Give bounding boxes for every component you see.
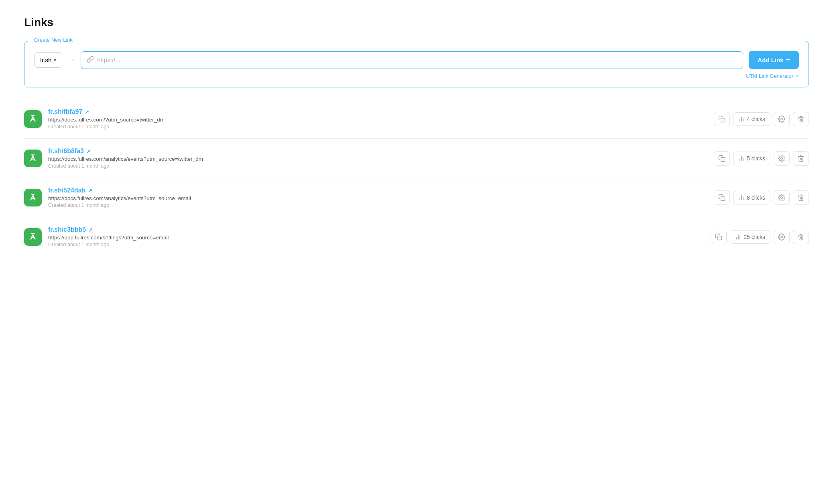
- domain-selector[interactable]: fr.sh ▾: [34, 52, 62, 68]
- chevron-down-icon: ▾: [54, 57, 56, 63]
- chart-icon: [738, 116, 745, 122]
- link-actions: 25 clicks: [711, 230, 809, 244]
- link-info: fr.sh/6b8fa3 ↗ https://docs.fullres.com/…: [48, 148, 707, 169]
- copy-button[interactable]: [711, 230, 727, 244]
- settings-button[interactable]: [774, 190, 790, 205]
- link-dest-url: https://docs.fullres.com/analytics/event…: [48, 156, 707, 162]
- link-created-time: Created about 1 month ago: [48, 202, 707, 208]
- chart-icon: [735, 234, 742, 240]
- link-short-url[interactable]: fr.sh/c3bbb5 ↗: [48, 226, 704, 233]
- settings-button[interactable]: [774, 230, 790, 244]
- clicks-count: 5 clicks: [747, 155, 765, 162]
- link-created-time: Created about 1 month ago: [48, 124, 707, 130]
- link-logo: [24, 189, 42, 206]
- link-created-time: Created about 1 month ago: [48, 163, 707, 169]
- external-icon: ↗: [88, 227, 93, 233]
- short-url-text: fr.sh/fbfa97: [48, 108, 82, 115]
- short-url-text: fr.sh/524dab: [48, 187, 85, 194]
- link-info: fr.sh/c3bbb5 ↗ https://app.fullres.com/s…: [48, 226, 704, 247]
- create-link-row: fr.sh ▾ → Add Link +: [34, 51, 799, 69]
- copy-button[interactable]: [714, 151, 730, 166]
- link-short-url[interactable]: fr.sh/fbfa97 ↗: [48, 108, 707, 115]
- domain-value: fr.sh: [40, 57, 51, 63]
- short-url-text: fr.sh/6b8fa3: [48, 148, 84, 155]
- plus-icon: +: [786, 56, 790, 64]
- svg-rect-1: [721, 118, 725, 122]
- url-input-wrapper: [81, 51, 743, 69]
- short-url-text: fr.sh/c3bbb5: [48, 226, 86, 233]
- delete-button[interactable]: [793, 230, 809, 244]
- page-title: Links: [24, 16, 809, 29]
- chart-icon: [738, 155, 745, 162]
- copy-button[interactable]: [714, 190, 730, 205]
- clicks-button[interactable]: 8 clicks: [733, 191, 770, 204]
- link-logo: [24, 228, 42, 246]
- utm-generator-row: UTM Link Generator ↗: [34, 73, 799, 79]
- clicks-button[interactable]: 5 clicks: [733, 152, 770, 165]
- link-logo: [24, 110, 42, 128]
- svg-rect-13: [721, 196, 725, 200]
- external-icon: ↗: [86, 148, 91, 154]
- svg-point-23: [781, 236, 783, 238]
- create-link-label: Create New Link: [32, 37, 75, 43]
- link-item: fr.sh/c3bbb5 ↗ https://app.fullres.com/s…: [24, 217, 809, 256]
- external-icon: ↗: [85, 109, 89, 115]
- utm-generator-label: UTM Link Generator: [746, 73, 793, 79]
- link-short-url[interactable]: fr.sh/524dab ↗: [48, 187, 707, 194]
- link-item: fr.sh/6b8fa3 ↗ https://docs.fullres.com/…: [24, 139, 809, 178]
- svg-rect-19: [718, 236, 722, 240]
- link-item: fr.sh/fbfa97 ↗ https://docs.fullres.com/…: [24, 99, 809, 139]
- clicks-count: 4 clicks: [747, 116, 765, 122]
- link-info: fr.sh/fbfa97 ↗ https://docs.fullres.com/…: [48, 108, 707, 130]
- delete-button[interactable]: [793, 190, 809, 205]
- add-link-button[interactable]: Add Link +: [749, 51, 799, 69]
- delete-button[interactable]: [793, 151, 809, 166]
- link-item: fr.sh/524dab ↗ https://docs.fullres.com/…: [24, 178, 809, 217]
- link-actions: 4 clicks: [714, 112, 809, 126]
- create-link-section: Create New Link fr.sh ▾ → Add Link + UTM…: [24, 41, 809, 87]
- link-created-time: Created about 1 month ago: [48, 242, 704, 247]
- link-logo: [24, 150, 42, 167]
- delete-button[interactable]: [793, 112, 809, 126]
- copy-button[interactable]: [714, 112, 730, 126]
- link-actions: 5 clicks: [714, 151, 809, 166]
- clicks-button[interactable]: 4 clicks: [733, 112, 770, 126]
- utm-generator-link[interactable]: UTM Link Generator ↗: [746, 73, 799, 79]
- link-dest-url: https://docs.fullres.com/analytics/event…: [48, 195, 707, 201]
- link-short-url[interactable]: fr.sh/6b8fa3 ↗: [48, 148, 707, 155]
- chart-icon: [738, 194, 745, 201]
- clicks-count: 8 clicks: [747, 194, 765, 201]
- external-icon: ↗: [88, 188, 92, 194]
- url-input[interactable]: [97, 57, 737, 63]
- clicks-button[interactable]: 25 clicks: [730, 230, 770, 244]
- arrow-right-icon: →: [68, 56, 75, 64]
- link-chain-icon: [87, 56, 94, 65]
- add-link-label: Add Link: [758, 57, 783, 63]
- svg-point-5: [781, 118, 783, 120]
- links-list: fr.sh/fbfa97 ↗ https://docs.fullres.com/…: [24, 99, 809, 256]
- link-dest-url: https://app.fullres.com/settings?utm_sou…: [48, 235, 704, 241]
- svg-point-17: [781, 196, 783, 198]
- settings-button[interactable]: [774, 112, 790, 126]
- link-actions: 8 clicks: [714, 190, 809, 205]
- svg-rect-7: [721, 157, 725, 161]
- link-info: fr.sh/524dab ↗ https://docs.fullres.com/…: [48, 187, 707, 208]
- svg-point-11: [781, 157, 783, 159]
- settings-button[interactable]: [774, 151, 790, 166]
- clicks-count: 25 clicks: [744, 234, 765, 240]
- link-dest-url: https://docs.fullres.com/?utm_source=twi…: [48, 117, 707, 123]
- external-link-icon: ↗: [795, 73, 799, 79]
